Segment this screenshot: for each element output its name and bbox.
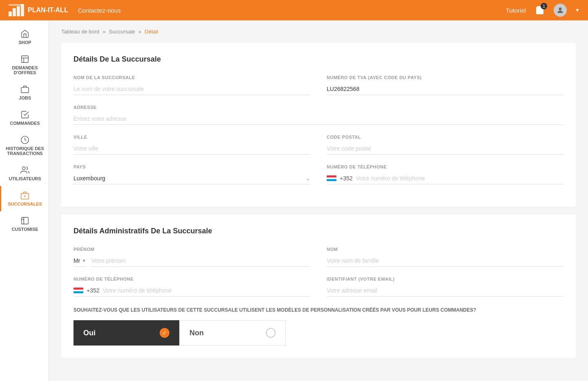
breadcrumb-sep-2: » — [138, 29, 141, 35]
sidebar-item-succursales[interactable]: SUCCURSALES — [0, 186, 49, 211]
toggle-non[interactable]: Non — [179, 320, 286, 346]
cp-input[interactable] — [327, 143, 564, 155]
main-content: Tableau de bord » Succursale » Détail Dé… — [49, 20, 588, 381]
telephone-admin-label: NUMÉRO DE TÉLÉPHONE — [74, 277, 310, 281]
toggle-row: Oui ✓ Non — [74, 320, 286, 346]
form-group-nom: NOM DE LA SUCCURSALE — [74, 75, 310, 95]
chevron-down-icon: ⌄ — [305, 175, 310, 182]
logo-text: PLAN-IT-ALL — [28, 7, 68, 14]
nom-admin-input[interactable] — [327, 255, 564, 267]
form-row-prenom-nom: PRÉNOM Mr ▼ NOM — [74, 247, 564, 267]
telephone-label: NUMÉRO DE TÉLÉPHONE — [327, 164, 564, 169]
email-input[interactable] — [327, 285, 564, 297]
sidebar-item-historique-label: HISTORIQUE DES TRANSACTIONS — [4, 146, 45, 156]
sidebar-item-succursales-label: SUCCURSALES — [8, 202, 42, 206]
nom-label: NOM DE LA SUCCURSALE — [74, 75, 310, 80]
svg-rect-2 — [17, 6, 20, 16]
breadcrumb-item-detail[interactable]: Détail — [145, 29, 158, 35]
user-avatar[interactable] — [554, 4, 567, 17]
flag-luxembourg-icon — [327, 175, 336, 181]
sidebar-item-utilisateurs-label: UTILISATEURS — [9, 176, 41, 181]
tva-input[interactable] — [327, 83, 564, 95]
salutation-chevron-icon: ▼ — [82, 258, 86, 263]
breadcrumb-item-tableau[interactable]: Tableau de bord — [61, 29, 99, 35]
sidebar-item-demandes[interactable]: DEMANDES D'OFFRES — [0, 50, 49, 80]
top-navigation: PLAN-IT-ALL Contactez-nous Tutoriel 1 ▼ — [0, 0, 588, 20]
svg-rect-0 — [9, 11, 12, 16]
section1-title: Détails De La Succursale — [74, 55, 564, 64]
prenom-label: PRÉNOM — [74, 247, 310, 252]
phone-code: +352 — [340, 175, 353, 182]
cp-label: CODE POSTAL — [327, 135, 564, 140]
non-label: Non — [189, 329, 204, 337]
form-row-nom-tva: NOM DE LA SUCCURSALE NUMÉRO DE TVA (AVEC… — [74, 75, 564, 95]
question-text: SOUHAITEZ-VOUS QUE LES UTILISATEURS DE C… — [74, 306, 564, 314]
nom-input[interactable] — [74, 83, 310, 95]
sidebar-item-shop[interactable]: SHOP — [0, 24, 49, 50]
salutation-group: Mr ▼ — [74, 255, 310, 267]
sidebar-item-commandes-label: COMMANDES — [10, 121, 40, 126]
form-row-ville-cp: VILLE CODE POSTAL — [74, 135, 564, 155]
sidebar-item-historique[interactable]: HISTORIQUE DES TRANSACTIONS — [0, 131, 49, 161]
breadcrumb-item-succursale[interactable]: Succursale — [109, 29, 135, 35]
form-group-prenom: PRÉNOM Mr ▼ — [74, 247, 310, 267]
sidebar-item-jobs-label: JOBS — [19, 95, 31, 100]
adresse-label: ADRESSE — [74, 105, 564, 110]
cart-badge: 1 — [541, 3, 547, 9]
phone-code-admin: +352 — [87, 287, 100, 294]
sidebar: SHOP DEMANDES D'OFFRES JOBS COMMANDES HI… — [0, 20, 49, 381]
form-group-ville: VILLE — [74, 135, 310, 155]
phone-field: +352 — [327, 173, 564, 184]
contact-link[interactable]: Contactez-nous — [78, 7, 121, 14]
pays-label: PAYS — [74, 164, 310, 169]
tva-label: NUMÉRO DE TVA (AVEC CODE DU PAYS) — [327, 75, 564, 80]
svg-rect-7 — [22, 56, 29, 63]
form-row-adresse: ADRESSE — [74, 105, 564, 125]
form-group-telephone: NUMÉRO DE TÉLÉPHONE +352 — [327, 164, 564, 184]
form-group-email: IDENTIFIANT (VOTRE EMAIL) — [327, 277, 564, 297]
pays-select[interactable]: Luxembourg ⌄ — [74, 173, 310, 184]
form-group-tva: NUMÉRO DE TVA (AVEC CODE DU PAYS) — [327, 75, 564, 95]
oui-radio-icon: ✓ — [160, 328, 169, 338]
svg-point-12 — [22, 167, 25, 170]
svg-rect-16 — [22, 217, 29, 224]
breadcrumb-sep-1: » — [102, 29, 105, 35]
ville-input[interactable] — [74, 143, 310, 155]
nom-admin-label: NOM — [327, 247, 564, 252]
form-group-adresse: ADRESSE — [74, 105, 564, 125]
salutation-select[interactable]: Mr ▼ — [74, 255, 86, 267]
oui-label: Oui — [83, 329, 96, 337]
sidebar-item-commandes[interactable]: COMMANDES — [0, 105, 49, 131]
sidebar-item-jobs[interactable]: JOBS — [0, 80, 49, 105]
nav-right: Tutoriel 1 ▼ — [506, 4, 580, 17]
breadcrumb: Tableau de bord » Succursale » Détail — [61, 29, 576, 35]
phone-field-admin: +352 — [74, 285, 310, 297]
tutoriel-link[interactable]: Tutoriel — [506, 7, 526, 14]
form-group-telephone-admin: NUMÉRO DE TÉLÉPHONE +352 — [74, 277, 310, 297]
sidebar-item-utilisateurs[interactable]: UTILISATEURS — [0, 161, 49, 186]
svg-rect-3 — [21, 4, 24, 16]
question-section: SOUHAITEZ-VOUS QUE LES UTILISATEURS DE C… — [74, 306, 564, 346]
adresse-input[interactable] — [74, 113, 564, 125]
non-radio-icon — [266, 328, 276, 338]
svg-rect-10 — [21, 87, 29, 93]
sidebar-item-customise-label: CUSTOMISE — [11, 227, 38, 232]
sidebar-item-demandes-label: DEMANDES D'OFFRES — [4, 65, 45, 75]
prenom-input[interactable] — [91, 255, 310, 267]
user-dropdown-arrow[interactable]: ▼ — [575, 7, 580, 13]
form-group-cp: CODE POSTAL — [327, 135, 564, 155]
section-details-succursale: Détails De La Succursale NOM DE LA SUCCU… — [61, 43, 576, 206]
phone-input-admin[interactable] — [103, 287, 310, 294]
logo[interactable]: PLAN-IT-ALL — [8, 4, 68, 17]
phone-input[interactable] — [356, 175, 564, 182]
form-group-nom-admin: NOM — [327, 247, 564, 267]
email-label: IDENTIFIANT (VOTRE EMAIL) — [327, 277, 564, 281]
toggle-oui[interactable]: Oui ✓ — [74, 320, 179, 346]
form-row-tel-email: NUMÉRO DE TÉLÉPHONE +352 IDENTIFIANT (VO… — [74, 277, 564, 297]
ville-label: VILLE — [74, 135, 310, 140]
sidebar-item-customise[interactable]: CUSTOMISE — [0, 211, 49, 237]
checkmark-icon: ✓ — [162, 330, 167, 336]
svg-rect-1 — [13, 8, 16, 16]
svg-point-6 — [559, 7, 562, 10]
cart-button[interactable]: 1 — [534, 4, 546, 16]
